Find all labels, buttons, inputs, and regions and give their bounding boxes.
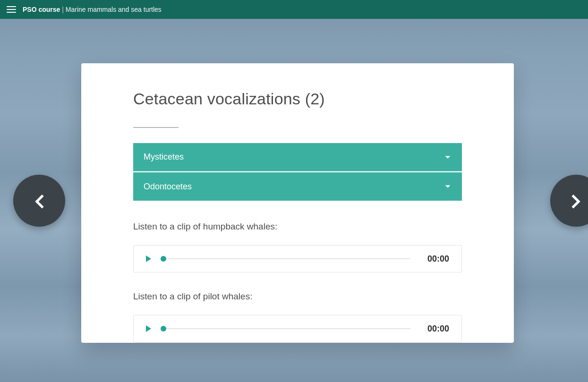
accordion-label: Mysticetes — [144, 152, 184, 162]
section-title: Marine mammals and sea turtles — [66, 6, 162, 13]
title-underline — [133, 127, 179, 128]
audio-progress-track[interactable] — [163, 258, 410, 259]
slide-area: Cetacean vocalizations (2) Mysticetes Od… — [0, 19, 588, 382]
breadcrumb-divider: | — [62, 6, 64, 13]
audio-progress-track[interactable] — [163, 328, 410, 329]
audio-prompt: Listen to a clip of pilot whales: — [133, 291, 462, 302]
hamburger-icon[interactable] — [7, 6, 16, 13]
course-title: PSO course — [23, 6, 60, 13]
accordion-item-mysticetes[interactable]: Mysticetes — [133, 143, 462, 171]
audio-progress-thumb[interactable] — [161, 256, 166, 262]
play-icon[interactable] — [146, 325, 151, 332]
audio-time: 00:00 — [423, 324, 449, 334]
audio-block-humpback: Listen to a clip of humpback whales: 00:… — [133, 221, 462, 272]
accordion-label: Odontocetes — [144, 182, 192, 192]
accordion-item-odontocetes[interactable]: Odontocetes — [133, 172, 462, 201]
accordion: Mysticetes Odontocetes — [133, 143, 462, 201]
next-slide-button[interactable] — [550, 175, 588, 227]
top-bar: PSO course | Marine mammals and sea turt… — [0, 0, 588, 19]
chevron-left-icon — [29, 191, 49, 211]
page-title: Cetacean vocalizations (2) — [133, 90, 462, 108]
chevron-down-icon — [444, 153, 452, 161]
audio-time: 00:00 — [423, 254, 449, 264]
audio-player: 00:00 — [133, 245, 462, 272]
breadcrumb: PSO course | Marine mammals and sea turt… — [23, 6, 162, 13]
play-icon[interactable] — [146, 255, 151, 262]
audio-prompt: Listen to a clip of humpback whales: — [133, 221, 462, 232]
chevron-right-icon — [566, 191, 586, 211]
audio-player: 00:00 — [133, 315, 462, 342]
content-card: Cetacean vocalizations (2) Mysticetes Od… — [81, 63, 514, 343]
audio-progress-thumb[interactable] — [161, 326, 166, 331]
prev-slide-button[interactable] — [13, 175, 65, 227]
audio-block-pilot: Listen to a clip of pilot whales: 00:00 — [133, 291, 462, 342]
chevron-down-icon — [444, 183, 452, 190]
